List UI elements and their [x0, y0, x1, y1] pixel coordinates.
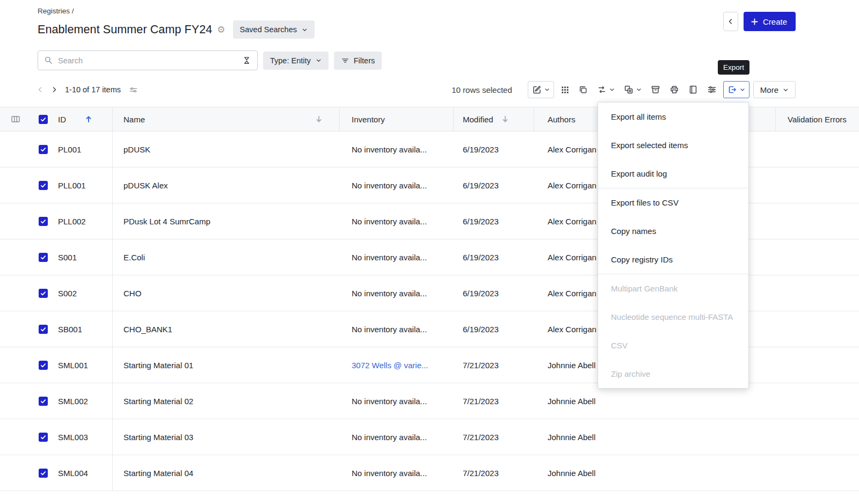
row-inventory-link[interactable]: 3072 Wells @ varie... [352, 361, 428, 370]
export-dropdown-button[interactable] [723, 81, 749, 98]
copy-button[interactable] [576, 81, 591, 98]
grid-view-button[interactable] [558, 81, 572, 98]
row-checkbox[interactable] [39, 325, 48, 334]
chevron-left-icon [727, 18, 734, 25]
row-gutter [0, 347, 31, 383]
export-menu: Export all itemsExport selected itemsExp… [598, 102, 749, 389]
row-gutter [0, 275, 31, 311]
column-label-id: ID [58, 115, 66, 124]
row-inventory: No inventory availa... [352, 217, 427, 226]
export-menu-item[interactable]: Export files to CSV [598, 188, 748, 217]
transfer-dropdown-button[interactable] [594, 81, 617, 98]
search-icon [44, 56, 53, 65]
row-checkbox[interactable] [39, 217, 48, 226]
export-menu-item[interactable]: Copy names [598, 217, 748, 245]
table-row[interactable]: SML002 Starting Material 02 No inventory… [0, 383, 859, 419]
row-validation [776, 347, 859, 383]
row-modified: 7/21/2023 [454, 347, 534, 383]
row-modified: 7/21/2023 [454, 455, 534, 491]
row-validation [776, 167, 859, 203]
row-validation [776, 132, 859, 167]
transfer-icon [597, 85, 607, 94]
edit-dropdown-button[interactable] [528, 81, 554, 98]
list-settings-icon[interactable] [129, 85, 138, 94]
row-name: E.Coli [113, 239, 340, 275]
export-menu-item[interactable]: Copy registry IDs [598, 245, 748, 274]
table-row[interactable]: SML004 Starting Material 04 No inventory… [0, 455, 859, 491]
add-to-collection-dropdown-button[interactable] [621, 81, 644, 98]
row-checkbox[interactable] [39, 361, 48, 370]
search-box [38, 50, 258, 70]
more-button[interactable]: More [753, 81, 796, 98]
row-name: CHO [113, 275, 340, 311]
adjust-columns-button[interactable] [704, 81, 719, 98]
collapse-panel-button[interactable] [723, 12, 738, 31]
filters-label: Filters [354, 56, 375, 65]
sort-ascending-icon [84, 115, 93, 123]
export-tooltip: Export [718, 60, 749, 75]
plus-icon [751, 18, 759, 26]
row-checkbox[interactable] [39, 397, 48, 406]
row-id: SML002 [58, 397, 88, 406]
row-name: pDUSK [113, 132, 340, 167]
row-checkbox[interactable] [39, 253, 48, 262]
row-validation [776, 455, 859, 491]
filter-icon [341, 56, 350, 65]
search-query-hourglass-icon[interactable] [242, 56, 251, 65]
column-header-validation[interactable]: Validation Errors [776, 107, 859, 131]
row-checkbox[interactable] [39, 433, 48, 442]
check-icon [40, 182, 47, 189]
export-menu-item[interactable]: Export all items [598, 103, 748, 131]
column-header-name[interactable]: Name [113, 107, 340, 131]
tune-icon [707, 85, 717, 94]
row-name: CHO_BANK1 [113, 311, 340, 347]
chevron-down-icon [609, 87, 615, 92]
row-id: SML003 [58, 433, 88, 442]
table-row[interactable]: SML003 Starting Material 03 No inventory… [0, 419, 859, 455]
print-button[interactable] [667, 81, 682, 98]
column-header-inventory[interactable]: Inventory [340, 107, 454, 131]
row-id: SB001 [58, 325, 82, 334]
selection-count: 10 rows selected [452, 85, 512, 94]
row-checkbox[interactable] [39, 289, 48, 298]
row-checkbox[interactable] [39, 469, 48, 478]
row-id: PLL001 [58, 181, 86, 190]
filters-button[interactable]: Filters [334, 52, 382, 70]
row-checkbox[interactable] [39, 145, 48, 154]
row-id: SML004 [58, 469, 88, 478]
column-header-modified[interactable]: Modified [454, 107, 534, 131]
grid-icon [560, 85, 570, 94]
prev-page-button[interactable] [34, 83, 46, 97]
row-modified: 6/19/2023 [454, 203, 534, 239]
type-filter-label: Type: Entity [270, 56, 311, 65]
row-gutter [0, 383, 31, 419]
column-settings-header[interactable] [0, 107, 31, 131]
export-menu-item: Zip archive [598, 360, 748, 388]
column-header-id[interactable]: ID [31, 107, 113, 131]
check-icon [40, 146, 47, 153]
columns-icon [11, 114, 20, 124]
select-all-checkbox[interactable] [39, 115, 48, 124]
check-icon [40, 116, 47, 123]
row-modified: 6/19/2023 [454, 275, 534, 311]
gear-icon[interactable]: ⚙ [217, 25, 225, 34]
row-checkbox[interactable] [39, 181, 48, 190]
registry-page: Registries / Enablement Summer Camp FY24… [0, 0, 859, 504]
saved-searches-button[interactable]: Saved Searches [233, 20, 315, 39]
next-page-button[interactable] [48, 83, 60, 97]
type-filter-button[interactable]: Type: Entity [263, 52, 329, 70]
notebook-button[interactable] [686, 81, 701, 98]
archive-button[interactable] [648, 81, 663, 98]
search-input[interactable] [58, 56, 237, 65]
column-label-inventory: Inventory [352, 115, 385, 124]
edit-icon [532, 85, 542, 94]
row-modified: 6/19/2023 [454, 132, 534, 167]
row-name: pDUSK Alex [113, 167, 340, 203]
export-menu-item[interactable]: Export audit log [598, 159, 748, 188]
check-icon [40, 434, 47, 441]
create-button[interactable]: Create [744, 12, 796, 31]
breadcrumb[interactable]: Registries / [38, 7, 74, 15]
export-menu-item[interactable]: Export selected items [598, 131, 748, 159]
row-authors: Johnnie Abell [534, 455, 776, 491]
chevron-down-icon [636, 87, 642, 92]
